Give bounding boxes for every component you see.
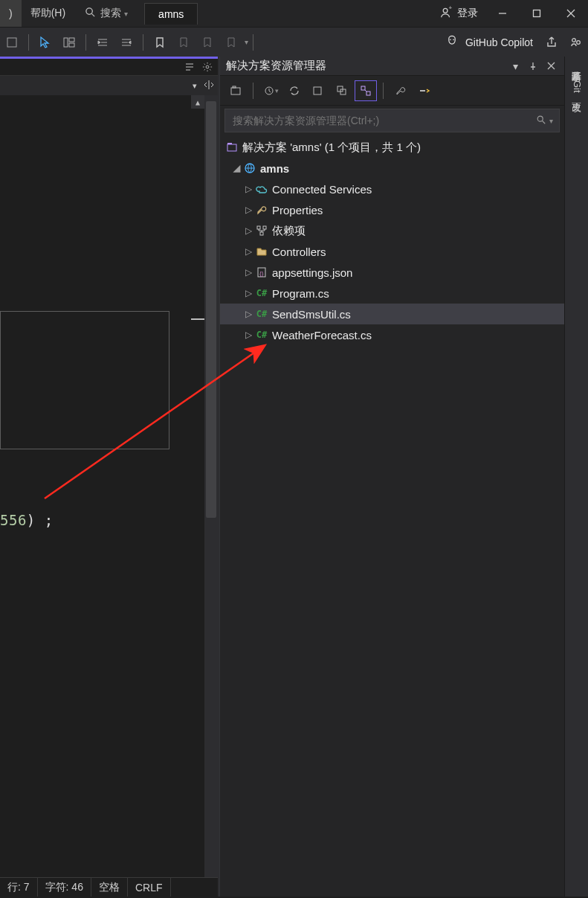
svg-rect-26 xyxy=(314,87,321,94)
tree-item[interactable]: ▷Controllers xyxy=(220,241,564,262)
status-line[interactable]: 行: 7 xyxy=(0,878,38,897)
tree-item[interactable]: ▷C#Program.cs xyxy=(220,283,564,304)
tree-item[interactable]: ▷Connected Services xyxy=(220,179,564,199)
expand-icon[interactable]: ◢ xyxy=(230,163,242,173)
liveshare-icon[interactable] xyxy=(564,31,588,54)
status-char[interactable]: 字符: 46 xyxy=(38,878,91,897)
code-line: 556) ; xyxy=(0,512,54,528)
expand-icon[interactable]: ▷ xyxy=(242,330,254,340)
svg-point-15 xyxy=(577,40,581,44)
svg-point-14 xyxy=(572,38,576,42)
code-editor[interactable]: ▲ 556) ; xyxy=(0,95,218,877)
expand-icon[interactable]: ▷ xyxy=(242,246,254,257)
github-copilot-button[interactable]: GitHub Copilot xyxy=(437,33,540,51)
expand-icon[interactable]: ▷ xyxy=(242,225,254,236)
svg-line-34 xyxy=(543,121,546,124)
gear-icon[interactable] xyxy=(200,60,215,74)
svg-rect-10 xyxy=(69,38,74,42)
maximize-button[interactable] xyxy=(520,0,554,27)
tree-solution-root[interactable]: 解决方案 'amns' (1 个项目，共 1 个) xyxy=(220,137,564,158)
tree-project[interactable]: ◢ amns xyxy=(220,158,564,179)
tree-item-label: Properties xyxy=(272,204,323,217)
menu-item-help[interactable]: 帮助(H) xyxy=(22,0,74,27)
svg-point-33 xyxy=(537,116,543,121)
tab-overflow-icon[interactable] xyxy=(182,60,197,74)
rail-tab-diagnostics[interactable]: 诊断工具 xyxy=(569,61,585,67)
bookmark-toggle-icon[interactable] xyxy=(148,31,172,54)
document-tab[interactable]: amns xyxy=(144,3,198,25)
se-home-icon[interactable] xyxy=(224,80,247,101)
expand-icon[interactable]: ▷ xyxy=(242,267,254,278)
bookmark-next-icon[interactable] xyxy=(196,31,219,54)
rail-tab-git[interactable]: Git 更改 xyxy=(569,77,585,98)
tree-item[interactable]: ▷C#WeatherForecast.cs xyxy=(220,324,564,345)
pin-icon[interactable] xyxy=(526,59,540,74)
se-search-input[interactable] xyxy=(231,114,536,127)
svg-point-2 xyxy=(443,8,448,13)
toolbar-btn-1[interactable] xyxy=(0,31,24,54)
search-icon xyxy=(85,7,96,20)
bookmark-clear-icon[interactable] xyxy=(219,31,243,54)
se-history-icon[interactable]: ▾ xyxy=(259,80,282,101)
svg-point-0 xyxy=(86,8,92,14)
expand-icon[interactable]: ▷ xyxy=(242,205,254,215)
se-sync-icon[interactable] xyxy=(283,80,306,101)
se-collapse-icon[interactable] xyxy=(331,80,353,101)
tree-item[interactable]: ▷C#SendSmsUtil.cs xyxy=(220,304,564,324)
svg-rect-29 xyxy=(361,86,365,90)
expand-icon[interactable]: ▷ xyxy=(242,309,254,319)
toolbar-btn-pointer[interactable] xyxy=(33,31,57,54)
toolbar-btn-layout[interactable] xyxy=(57,31,81,54)
deps-icon xyxy=(254,225,269,237)
cs-icon: C# xyxy=(254,330,269,340)
toolbar-indent-inc[interactable] xyxy=(91,31,114,54)
tree-item[interactable]: ▷依赖项 xyxy=(220,220,564,241)
web-project-icon xyxy=(242,162,257,174)
split-icon[interactable] xyxy=(203,79,215,93)
tree-item[interactable]: ▷{}appsettings.json xyxy=(220,262,564,283)
cloud-icon xyxy=(254,183,269,195)
tree-item[interactable]: ▷Properties xyxy=(220,199,564,220)
login-button[interactable]: + 登录 xyxy=(432,6,485,22)
nav-dropdown[interactable]: ▾ xyxy=(193,81,197,91)
status-eol[interactable]: CRLF xyxy=(128,878,171,897)
chevron-down-icon[interactable]: ▾ xyxy=(245,38,248,46)
main-toolbar: ▾ GitHub Copilot xyxy=(0,27,588,57)
se-properties-icon[interactable] xyxy=(390,80,412,101)
panel-close-icon[interactable] xyxy=(543,59,558,74)
chevron-down-icon[interactable]: ▾ xyxy=(549,117,553,125)
scrollbar-marker xyxy=(191,318,204,320)
svg-rect-9 xyxy=(64,38,68,47)
menu-item-window-frag[interactable]: ) xyxy=(0,0,22,27)
minimize-button[interactable] xyxy=(485,0,520,27)
tree-item-label: 依赖项 xyxy=(272,224,306,238)
scrollbar-thumb[interactable] xyxy=(206,101,216,518)
expand-icon[interactable]: ▷ xyxy=(242,288,254,298)
editor-column: ▾ ▲ 556) ; 行: 7 字符: 46 空格 CRLF xyxy=(0,57,219,897)
se-track-active-icon[interactable] xyxy=(355,80,377,101)
bookmark-prev-icon[interactable] xyxy=(172,31,196,54)
solution-tree[interactable]: 解决方案 'amns' (1 个项目，共 1 个) ◢ amns ▷Connec… xyxy=(220,135,564,897)
share-icon[interactable] xyxy=(540,31,564,54)
toolbar-indent-dec[interactable] xyxy=(114,31,138,54)
copilot-label: GitHub Copilot xyxy=(465,36,533,48)
tree-item-label: WeatherForecast.cs xyxy=(272,329,372,341)
solution-explorer-toolbar: ▾ xyxy=(220,76,564,106)
code-tail: ) ; xyxy=(27,512,54,528)
titlebar-search[interactable]: 搜索 ▾ xyxy=(74,7,138,20)
expand-icon[interactable]: ▷ xyxy=(242,184,254,194)
panel-menu-icon[interactable]: ▾ xyxy=(508,59,523,74)
json-icon: {} xyxy=(254,266,269,278)
titlebar-search-label: 搜索 xyxy=(100,7,121,20)
solution-explorer-search[interactable]: ▾ xyxy=(224,109,560,132)
tree-item-label: Controllers xyxy=(272,246,326,258)
status-insert-mode[interactable]: 空格 xyxy=(91,878,128,897)
chevron-down-icon: ▾ xyxy=(124,10,128,18)
se-preview-icon[interactable] xyxy=(413,80,436,101)
scroll-up-icon[interactable]: ▲ xyxy=(191,95,204,109)
svg-point-13 xyxy=(453,39,454,41)
editor-tabstrip xyxy=(0,57,218,76)
code-collapsed-region xyxy=(0,311,169,449)
close-button[interactable] xyxy=(554,0,588,27)
se-showall-icon[interactable] xyxy=(307,80,329,101)
